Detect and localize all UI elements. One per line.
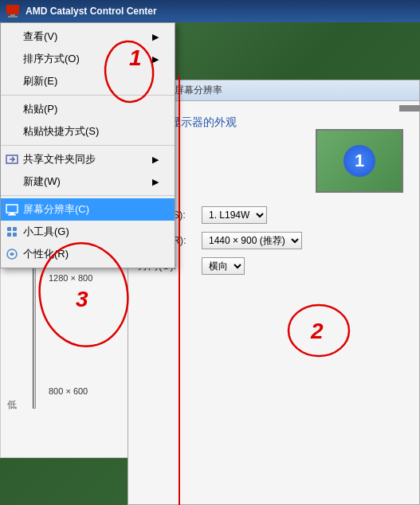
context-menu: 查看(V) ▶ 排序方式(O) ▶ 刷新(E) 粘贴(P) 粘贴快捷方式(S) … [0, 22, 175, 268]
svg-rect-5 [10, 213, 14, 214]
svg-rect-0 [6, 5, 19, 14]
resolution-label-mid: 1280 × 800 [49, 273, 119, 283]
taskbar: AMD Catalyst Control Center [0, 0, 420, 22]
submenu-arrow-sort: ▶ [152, 54, 159, 65]
gadgets-icon [4, 224, 20, 240]
resolution-control[interactable]: 1440 × 900 (推荐) [202, 232, 302, 249]
svg-rect-2 [8, 16, 18, 18]
context-menu-item-paste[interactable]: 粘贴(P) [1, 98, 175, 120]
share-sync-icon [4, 151, 20, 167]
svg-rect-10 [13, 233, 17, 237]
resolution-label-bot: 800 × 600 [49, 386, 119, 396]
context-menu-label-paste: 粘贴(P) [23, 102, 57, 116]
screen-resolution-icon [4, 202, 20, 217]
context-menu-label-paste-shortcut: 粘贴快捷方式(S) [23, 124, 99, 139]
orientation-dropdown[interactable]: 横向 [202, 257, 245, 275]
context-menu-item-new[interactable]: 新建(W) ▶ [1, 170, 175, 193]
svg-rect-9 [7, 233, 11, 237]
svg-rect-8 [13, 227, 17, 231]
context-menu-label-view: 查看(V) [23, 29, 57, 44]
resolution-setting-row: 分辨率(R): 1440 × 900 (推荐) [138, 232, 410, 249]
monitor-preview: 1 [316, 129, 403, 193]
context-menu-item-paste-shortcut[interactable]: 粘贴快捷方式(S) [1, 120, 175, 143]
settings-rows: 显示器(S): 1. L194W 分辨率(R): 1440 × 900 (推荐) [138, 206, 410, 275]
context-menu-item-sort[interactable]: 排序方式(O) ▶ [1, 48, 175, 70]
context-menu-item-gadgets[interactable]: 小工具(G) [1, 221, 175, 243]
context-menu-item-refresh[interactable]: 刷新(E) [1, 70, 175, 92]
context-menu-label-new: 新建(W) [23, 174, 61, 189]
svg-rect-6 [8, 214, 16, 216]
monitor-number: 1 [343, 145, 375, 177]
monitor-stand [399, 105, 420, 112]
context-menu-label-refresh: 刷新(E) [23, 74, 57, 88]
context-menu-label-personalize: 个性化(R) [23, 247, 69, 261]
orientation-control[interactable]: 横向 [202, 257, 245, 275]
personalize-icon [4, 246, 20, 262]
orientation-setting-row: 方向(O): 横向 [138, 257, 410, 275]
separator-3 [1, 195, 175, 196]
resolution-dropdown[interactable]: 1440 × 900 (推荐) [202, 232, 302, 249]
context-menu-item-view[interactable]: 查看(V) ▶ [1, 25, 175, 48]
submenu-arrow-new: ▶ [152, 177, 159, 187]
submenu-arrow-view: ▶ [152, 32, 159, 42]
context-menu-label-gadgets: 小工具(G) [23, 225, 69, 239]
context-menu-item-screen-resolution[interactable]: 屏幕分辨率(C) [1, 198, 175, 221]
display-setting-row: 显示器(S): 1. L194W [138, 206, 410, 224]
separator-1 [1, 95, 175, 96]
display-dropdown[interactable]: 1. L194W [202, 206, 267, 224]
context-menu-label-sort: 排序方式(O) [23, 52, 80, 66]
context-menu-item-share-sync[interactable]: 共享文件夹同步 ▶ [1, 148, 175, 170]
separator-2 [1, 145, 175, 146]
svg-rect-4 [6, 205, 18, 213]
low-label: 低 [7, 398, 23, 412]
submenu-arrow-share: ▶ [152, 155, 159, 165]
context-menu-label-screen-resolution: 屏幕分辨率(C) [23, 202, 89, 217]
app-icon [5, 3, 21, 19]
context-menu-item-personalize[interactable]: 个性化(R) [1, 243, 175, 265]
context-menu-label-share-sync: 共享文件夹同步 [23, 152, 96, 166]
app-title: AMD Catalyst Control Center [26, 6, 157, 17]
breadcrumb-resolution: 屏幕分辨率 [175, 84, 222, 97]
svg-rect-7 [7, 227, 11, 231]
display-control[interactable]: 1. L194W [202, 206, 267, 224]
